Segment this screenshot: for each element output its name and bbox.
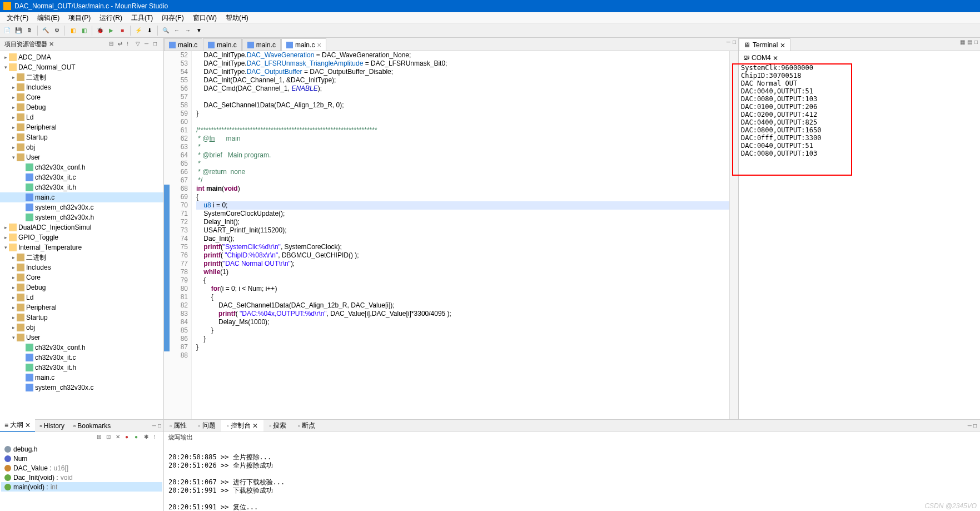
build-all-icon[interactable]: ⚙ xyxy=(52,26,62,36)
forward-icon[interactable]: → xyxy=(183,26,193,36)
filter1-icon[interactable]: ● xyxy=(125,434,133,441)
outline-item-DAC_Value : [interactable]: DAC_Value : u16[] xyxy=(1,463,162,473)
tree-item-Includes[interactable]: ▸Includes xyxy=(0,82,163,92)
expand-icon[interactable]: ▸ xyxy=(10,145,17,150)
expand-icon[interactable]: ▸ xyxy=(10,115,17,120)
maximize-icon[interactable]: □ xyxy=(733,39,736,45)
outline-item-debug.h[interactable]: debug.h xyxy=(1,444,162,454)
expand-icon[interactable]: ▸ xyxy=(10,85,17,90)
tree-item-Ld[interactable]: ▸Ld xyxy=(0,292,163,302)
console-output[interactable]: 20:20:50:885 >> 全片擦除... 20:20:51:026 >> … xyxy=(164,443,980,511)
console-tab-0[interactable]: ▫属性 xyxy=(164,420,192,431)
minimize-icon[interactable]: ─ xyxy=(968,423,972,429)
tree-item-ch32v30x_conf.h[interactable]: ch32v30x_conf.h xyxy=(0,162,163,172)
collapse-all-icon[interactable]: ⊟ xyxy=(109,41,117,48)
maximize-icon[interactable]: □ xyxy=(153,41,161,48)
tree-item-GPIO_Toggle[interactable]: ▸GPIO_Toggle xyxy=(0,232,163,242)
link-icon[interactable]: ⇄ xyxy=(118,41,126,48)
back-icon[interactable]: ← xyxy=(172,26,182,36)
outline-tab-0[interactable]: ≡大纲 ⨯ xyxy=(0,419,35,432)
tree-item-system_ch32v30x.h[interactable]: system_ch32v30x.h xyxy=(0,212,163,222)
chip2-icon[interactable]: ◧ xyxy=(79,26,89,36)
expand-icon[interactable]: ▸ xyxy=(10,255,17,260)
expand-icon[interactable]: ▸ xyxy=(10,125,17,130)
filter-icon[interactable]: ⁝ xyxy=(127,41,135,48)
tree-item-Debug[interactable]: ▸Debug xyxy=(0,102,163,112)
terminal-output[interactable]: SystemClk:96000000 ChipID:30700518 DAC N… xyxy=(740,62,979,159)
tree-item-二进制[interactable]: ▸二进制 xyxy=(0,72,163,82)
expand-icon[interactable]: ▾ xyxy=(2,245,9,250)
menu-项目P[interactable]: 项目(P) xyxy=(64,12,95,23)
expand-icon[interactable]: ▸ xyxy=(10,105,17,110)
static-icon[interactable]: ✱ xyxy=(144,434,152,441)
console-tab-2[interactable]: ▫控制台 ⨯ xyxy=(221,420,264,431)
stop-icon[interactable]: ■ xyxy=(117,26,127,36)
tree-item-Core[interactable]: ▸Core xyxy=(0,272,163,282)
tree-item-main.c[interactable]: main.c xyxy=(0,373,163,383)
expand-icon[interactable]: ▸ xyxy=(10,95,17,100)
tree-item-obj[interactable]: ▸obj xyxy=(0,323,163,333)
menu-工具T[interactable]: 工具(T) xyxy=(127,12,157,23)
dropdown-icon[interactable]: ▼ xyxy=(194,26,204,36)
expand-icon[interactable]: ▾ xyxy=(2,65,9,70)
tree-item-Startup[interactable]: ▸Startup xyxy=(0,312,163,323)
tab-terminal[interactable]: 🖥 Terminal ⨯ xyxy=(739,38,790,51)
terminal-port-tab[interactable]: 🖳 COM4 ⨯ xyxy=(740,53,782,62)
tree-item-Peripheral[interactable]: ▸Peripheral xyxy=(0,302,163,312)
tree-item-Includes[interactable]: ▸Includes xyxy=(0,262,163,272)
tree-item-main.c[interactable]: main.c xyxy=(0,192,163,202)
tree-item-Debug[interactable]: ▸Debug xyxy=(0,282,163,292)
expand-icon[interactable]: ▸ xyxy=(10,305,17,310)
expand-icon[interactable]: ▸ xyxy=(10,275,17,280)
focus-icon[interactable]: ⊡ xyxy=(106,434,114,441)
expand-icon[interactable]: ▸ xyxy=(10,325,17,330)
console-tab-3[interactable]: ▫搜索 xyxy=(263,420,292,431)
console-tab-4[interactable]: ▫断点 xyxy=(292,420,320,431)
minimize-icon[interactable]: ─ xyxy=(145,41,152,48)
menu-icon[interactable]: ⁝ xyxy=(153,434,161,441)
tree-item-ch32v30x_it.c[interactable]: ch32v30x_it.c xyxy=(0,172,163,182)
chip-icon[interactable]: ◧ xyxy=(68,26,78,36)
new-icon[interactable]: 📄 xyxy=(2,26,12,36)
menu-编辑E[interactable]: 编辑(E) xyxy=(33,12,64,23)
tree-item-system_ch32v30x.c[interactable]: system_ch32v30x.c xyxy=(0,202,163,212)
run-icon[interactable]: ▶ xyxy=(106,26,116,36)
tree-item-ADC_DMA[interactable]: ▸ADC_DMA xyxy=(0,52,163,62)
editor-tab-0[interactable]: main.c xyxy=(164,38,202,51)
minimize-icon[interactable]: ─ xyxy=(727,39,730,45)
tree-item-Startup[interactable]: ▸Startup xyxy=(0,132,163,142)
editor-tab-2[interactable]: main.c xyxy=(242,38,281,51)
menu-帮助H[interactable]: 帮助(H) xyxy=(221,12,253,23)
terminal-settings-icon[interactable]: ▤ xyxy=(967,39,972,45)
console-tab-1[interactable]: ▫问题 xyxy=(192,420,221,431)
close-icon[interactable]: ⨯ xyxy=(317,42,321,48)
tree-item-二进制[interactable]: ▸二进制 xyxy=(0,252,163,262)
menu-运行R[interactable]: 运行(R) xyxy=(95,12,127,23)
outline-item-main(void) : [interactable]: main(void) : int xyxy=(1,482,162,492)
outline-item-Num[interactable]: Num xyxy=(1,454,162,463)
maximize-icon[interactable]: □ xyxy=(158,423,161,429)
hide-icon[interactable]: ✕ xyxy=(116,434,123,441)
view-menu-icon[interactable]: ▽ xyxy=(136,41,143,48)
build-icon[interactable]: 🔨 xyxy=(41,26,51,36)
tree-item-Internal_Temperature[interactable]: ▾Internal_Temperature xyxy=(0,242,163,252)
tree-item-ch32v30x_it.c[interactable]: ch32v30x_it.c xyxy=(0,353,163,363)
tree-item-obj[interactable]: ▸obj xyxy=(0,142,163,152)
tree-item-DualADC_InjectionSimul[interactable]: ▸DualADC_InjectionSimul xyxy=(0,222,163,232)
outline-tab-1[interactable]: ▫History xyxy=(35,421,69,431)
menu-窗口W[interactable]: 窗口(W) xyxy=(188,12,221,23)
outline-item-Dac_Init(void) : [interactable]: Dac_Init(void) : void xyxy=(1,473,162,482)
expand-icon[interactable]: ▸ xyxy=(10,75,17,80)
expand-icon[interactable]: ▸ xyxy=(10,315,17,320)
tree-item-Ld[interactable]: ▸Ld xyxy=(0,112,163,122)
sort-icon[interactable]: ⊞ xyxy=(97,434,105,441)
save-icon[interactable]: 💾 xyxy=(13,26,23,36)
outline-tab-2[interactable]: ▫Bookmarks xyxy=(69,421,115,431)
tree-item-system_ch32v30x.c[interactable]: system_ch32v30x.c xyxy=(0,383,163,393)
search-icon[interactable]: 🔍 xyxy=(161,26,171,36)
tree-item-ch32v30x_it.h[interactable]: ch32v30x_it.h xyxy=(0,182,163,192)
expand-icon[interactable]: ▸ xyxy=(2,54,9,60)
save-all-icon[interactable]: 🗎 xyxy=(24,26,34,36)
minimize-icon[interactable]: ─ xyxy=(152,423,156,429)
editor-tab-3[interactable]: main.c⨯ xyxy=(281,38,326,51)
